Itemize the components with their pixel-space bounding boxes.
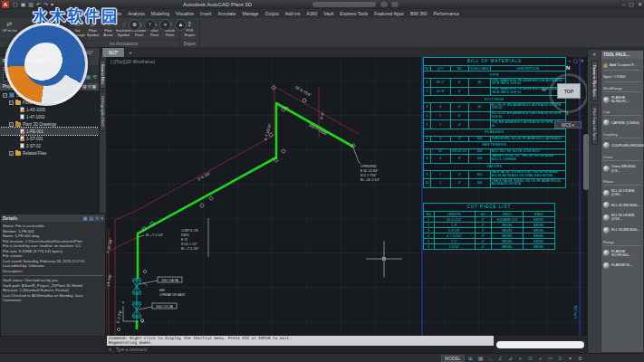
vp-close-icon[interactable]: ✕ <box>581 58 584 63</box>
status-icon-0[interactable]: ⊞ <box>466 355 475 362</box>
status-icon-11[interactable]: ⚙ <box>576 355 584 362</box>
ribbon-tab-manage[interactable]: Manage <box>239 9 262 18</box>
palette-scrollbar[interactable] <box>583 134 589 190</box>
status-icon-2[interactable]: ∟ <box>486 355 495 362</box>
palette-item-cap-bw-cs300[interactable]: CAP,BW, (CS300) <box>603 117 641 129</box>
palette-tab-pipe-supports-spec[interactable]: Pipe Supports Spec <box>591 104 598 145</box>
vp-minimize-icon[interactable]: – <box>568 58 571 63</box>
palette-item-flange-blind-fl[interactable]: FLANGE BLIND,FL... <box>603 93 641 106</box>
viewcube-top-face[interactable]: TOP <box>557 83 581 99</box>
ribbon-tab-a360[interactable]: A360 <box>303 9 321 18</box>
status-icon-1[interactable]: ▦ <box>476 355 485 362</box>
ribbon-tab-output[interactable]: Output <box>262 9 282 18</box>
command-input[interactable]: >_ Type a command <box>107 346 494 353</box>
ribbon-panel-label-export[interactable]: Export <box>180 40 199 47</box>
palette-item-flange-so-rf-300[interactable]: FLANGE SO,RF,300... <box>603 247 641 260</box>
tree-item-related-files[interactable]: +Related Files <box>0 149 99 157</box>
viewcube-south[interactable]: S <box>565 110 569 116</box>
palette-item-cross-sw-3000-cs[interactable]: Cross,SW,3000 (CS... <box>603 162 641 175</box>
status-icon-10[interactable]: ▾ <box>566 355 574 362</box>
ribbon-button-flow-arrow[interactable]: →Flow Arrow <box>101 20 116 37</box>
drawing-viewport[interactable]: 20'-6 7/16" ø4" 100-P-0100 5'-6 3/4" 8'-… <box>107 57 587 337</box>
qat-icon-3[interactable]: ↶ <box>36 1 41 8</box>
file-tab-start[interactable]: Start <box>4 47 28 57</box>
viewcube-wcs-menu[interactable]: WCS ▾ <box>554 121 582 129</box>
status-icon-6[interactable]: ⊙ <box>526 355 534 362</box>
ribbon-tab-modeling[interactable]: Modeling <box>148 9 172 18</box>
palette-item-ell-45-sw-3000[interactable]: ELL 45,SW,3000... <box>603 199 641 211</box>
infocenter-search[interactable] <box>312 2 376 7</box>
details-toolbar-icons[interactable]: ▦▤⟲▾ <box>83 214 103 222</box>
ribbon-tab-add-ins[interactable]: Add-ins <box>282 9 303 18</box>
tree-expander[interactable]: − <box>3 93 7 98</box>
palette-item-ell-90-lr-bw-cs3[interactable]: ELL 90 LR,BW, (CS3... <box>603 211 641 224</box>
palette-item-ell-90-sw-3000[interactable]: ELL 90,SW,3000... <box>603 224 641 236</box>
ribbon-tab-express-tools[interactable]: Express Tools <box>337 9 371 18</box>
status-icon-3[interactable]: ∠ <box>496 355 505 362</box>
tree-item-1-pe-001[interactable]: 1-PE-001 <box>0 128 99 135</box>
model-space-button[interactable]: MODEL <box>441 355 465 362</box>
status-icon-4[interactable]: ⊿ <box>506 355 514 362</box>
pm-side-tab-orthographic-dwg[interactable]: Orthographic DWG <box>100 91 106 131</box>
tree-item-1-st-001[interactable]: 1-ST-001 <box>0 135 99 142</box>
qat-icon-1[interactable]: ▣ <box>21 1 26 8</box>
ribbon-tab-featured-apps[interactable]: Featured Apps <box>371 9 408 18</box>
valve-assembly[interactable] <box>132 279 148 322</box>
current-project-dropdown[interactable]: SanW_Project_23 ▾ <box>3 72 83 81</box>
palette-tab-dynamic-pipe-spec[interactable]: Dynamic Pipe Spec <box>591 61 598 101</box>
palette-item-coupling-sw-3000[interactable]: COUPLING,SW,3000... <box>603 139 641 151</box>
tree-expander[interactable]: − <box>9 100 14 105</box>
tree-item-plant-3d-drawings[interactable]: −Plant 3D Drawings <box>0 120 99 128</box>
help-icon[interactable] <box>391 2 399 7</box>
project-toolbar-icons[interactable]: ▤ ⟲ ▦ <box>82 83 96 90</box>
viewport-controls-label[interactable]: [-][Top][2D Wireframe] <box>111 59 155 64</box>
status-icon-7[interactable]: + <box>536 355 544 362</box>
ribbon-tab-performance[interactable]: Performance <box>430 9 463 18</box>
ribbon-tab-insert[interactable]: Insert <box>197 9 215 18</box>
viewcube-west[interactable]: W <box>542 87 546 92</box>
close-icon[interactable]: ✕ <box>638 1 642 8</box>
palette-item-ell-45-lr-bw-cs3[interactable]: ELL 45 LR,BW, (CS3... <box>603 186 641 199</box>
qat-icon-4[interactable]: ↷ <box>43 1 48 8</box>
vp-restore-icon[interactable]: ▢ <box>573 58 578 63</box>
status-icon-9[interactable]: ≡ <box>556 355 564 362</box>
project-section-bar[interactable]: Project ▤ ⟲ ▦ <box>0 83 99 90</box>
maximize-icon[interactable]: ▢ <box>629 1 634 8</box>
palette-item-flange-w[interactable]: FLANGE W... <box>603 260 641 272</box>
close-icon[interactable]: × <box>159 19 171 31</box>
ribbon-tab-home[interactable]: Home <box>82 9 100 18</box>
a360-icon[interactable]: ▲ <box>175 19 187 31</box>
tree-expander[interactable]: + <box>9 151 14 156</box>
qat-icon-2[interactable]: ▥ <box>28 1 34 8</box>
tree-expander[interactable]: − <box>9 122 14 127</box>
tree-item-2-st-02[interactable]: 2-ST-02 <box>0 142 99 149</box>
project-refresh-icon[interactable]: ⟲ <box>92 73 97 81</box>
project-browser-icon[interactable]: ▦ <box>85 73 91 81</box>
tree-item-p-id-drawings[interactable]: −P&ID Drawings <box>0 99 99 106</box>
ribbon-tab-annotate[interactable]: Annotate <box>215 9 239 18</box>
qat-icon-0[interactable]: ▢ <box>13 1 18 8</box>
status-icon-8[interactable]: ▭ <box>546 355 554 362</box>
ribbon-button-iso-message[interactable]: ✉Iso Message <box>70 20 85 37</box>
ribbon-tab-bim-360[interactable]: BIM 360 <box>407 9 430 18</box>
file-tab-drawing1[interactable]: Drawing1* <box>29 47 64 57</box>
tree-item-1-a5-1005[interactable]: 1-A5-1005 <box>0 106 99 113</box>
globe-icon[interactable]: ⊕ <box>129 19 140 31</box>
ribbon-tab-analysis[interactable]: Analysis <box>125 9 149 18</box>
ribbon-tab-vault[interactable]: Vault <box>321 9 337 18</box>
viewcube-north[interactable]: N <box>566 65 570 71</box>
ribbon-tab-structure[interactable]: Structure <box>100 9 124 18</box>
new-tab-button[interactable]: + <box>126 48 135 57</box>
status-icon-5[interactable]: ⌖ <box>516 355 524 362</box>
minimize-icon[interactable]: – <box>622 1 625 8</box>
autocad-app-logo[interactable]: A <box>2 1 9 8</box>
ribbon-panel-label-iso-creation[interactable]: Iso Creation <box>0 40 67 47</box>
ribbon-panel-label-iso-annotations[interactable]: Iso Annotations <box>68 40 179 47</box>
info-icon[interactable]: ! <box>144 19 156 31</box>
file-tab-iso[interactable]: ISO* <box>101 47 126 57</box>
tool-palette-title[interactable]: TOOL PALE... <box>601 51 643 59</box>
signin-icon[interactable] <box>380 2 388 7</box>
ribbon-button-floor-symbol[interactable]: ▱Floor Symbol <box>85 20 101 37</box>
palette-close-icon[interactable]: ✕ <box>592 52 596 57</box>
qat-icon-5[interactable]: ▾ <box>51 1 53 8</box>
